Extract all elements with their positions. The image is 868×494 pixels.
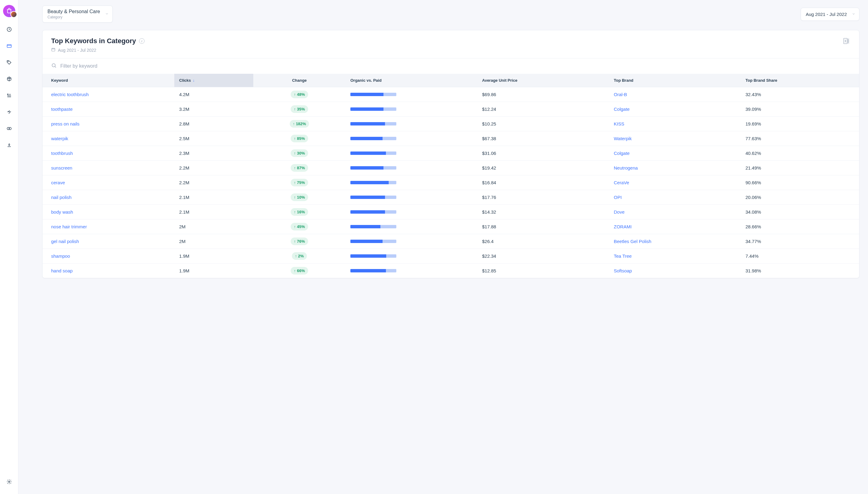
nav-collapse-icon[interactable] <box>4 107 14 117</box>
nav-link-icon[interactable] <box>4 124 14 133</box>
share-value: 19.69% <box>741 117 859 131</box>
organic-paid-bar <box>350 93 396 96</box>
keyword-link[interactable]: cerave <box>51 180 65 185</box>
price-value: $17.88 <box>477 220 609 234</box>
brand-link[interactable]: Neutrogena <box>614 165 638 170</box>
date-range-selector[interactable]: Aug 2021 - Jul 2022 <box>801 8 860 21</box>
change-badge: ↑ 16% <box>291 208 308 216</box>
brand-link[interactable]: Dove <box>614 209 625 214</box>
share-value: 32.43% <box>741 87 859 102</box>
nav-cube-icon[interactable] <box>4 74 14 84</box>
price-value: $14.32 <box>477 205 609 220</box>
clicks-value: 4.2M <box>174 87 253 102</box>
col-header-clicks[interactable]: Clicks↓ <box>174 74 253 87</box>
clicks-value: 2.5M <box>174 131 253 146</box>
brand-link[interactable]: Beetles Gel Polish <box>614 239 651 244</box>
nav-tag-icon[interactable] <box>4 58 14 67</box>
change-badge: ↑ 75% <box>291 179 308 186</box>
table-row: gel nail polish2M↑ 76%$26.4Beetles Gel P… <box>42 234 859 249</box>
search-icon <box>51 63 57 70</box>
keyword-link[interactable]: shampoo <box>51 253 70 259</box>
organic-paid-bar <box>350 210 396 214</box>
organic-paid-bar <box>350 225 396 228</box>
col-header-top-brand-share[interactable]: Top Brand Share <box>741 74 859 87</box>
keyword-link[interactable]: toothbrush <box>51 151 73 156</box>
share-value: 34.77% <box>741 234 859 249</box>
organic-paid-bar <box>350 152 396 155</box>
brand-link[interactable]: Oral-B <box>614 92 627 97</box>
col-header-top-brand[interactable]: Top Brand <box>609 74 741 87</box>
share-value: 7.44% <box>741 249 859 264</box>
export-excel-button[interactable] <box>843 37 851 46</box>
table-row: press on nails2.8M↑ 182%$10.25KISS19.69% <box>42 117 859 131</box>
keyword-link[interactable]: body wash <box>51 209 73 214</box>
clicks-value: 3.2M <box>174 102 253 117</box>
keywords-table: Keyword Clicks↓ Change Organic vs. Paid … <box>42 74 859 278</box>
app-logo[interactable] <box>3 5 15 17</box>
brand-link[interactable]: OPI <box>614 195 622 200</box>
nav-download-icon[interactable] <box>4 140 14 150</box>
svg-point-3 <box>7 94 8 95</box>
arrow-up-icon: ↑ <box>294 107 296 111</box>
keyword-link[interactable]: press on nails <box>51 121 80 127</box>
keyword-link[interactable]: nail polish <box>51 195 72 200</box>
col-header-organic-vs-paid[interactable]: Organic vs. Paid <box>346 74 477 87</box>
price-value: $16.84 <box>477 175 609 190</box>
organic-paid-bar <box>350 108 396 111</box>
clicks-value: 2.2M <box>174 175 253 190</box>
change-badge: ↑ 85% <box>291 135 308 142</box>
price-value: $31.06 <box>477 146 609 161</box>
keyword-link[interactable]: electric toothbrush <box>51 92 89 97</box>
nav-clock-icon[interactable] <box>4 24 14 34</box>
price-value: $12.85 <box>477 264 609 278</box>
share-value: 39.09% <box>741 102 859 117</box>
col-header-change[interactable]: Change <box>253 74 346 87</box>
brand-link[interactable]: KISS <box>614 121 624 127</box>
keyword-link[interactable]: gel nail polish <box>51 239 79 244</box>
share-value: 20.06% <box>741 190 859 205</box>
info-icon[interactable]: i <box>139 38 145 44</box>
organic-paid-bar <box>350 269 396 272</box>
nav-list-icon[interactable] <box>4 91 14 100</box>
price-value: $19.42 <box>477 161 609 175</box>
keyword-link[interactable]: hand soap <box>51 268 73 273</box>
arrow-up-icon: ↑ <box>294 136 296 141</box>
brand-link[interactable]: Softsoap <box>614 268 632 273</box>
nav-card-icon[interactable] <box>4 41 14 51</box>
table-row: waterpik2.5M↑ 85%$67.38Waterpik77.63% <box>42 131 859 146</box>
clicks-value: 2M <box>174 234 253 249</box>
price-value: $10.25 <box>477 117 609 131</box>
arrow-up-icon: ↑ <box>294 239 296 244</box>
share-value: 21.49% <box>741 161 859 175</box>
arrow-up-icon: ↑ <box>294 269 296 273</box>
organic-paid-bar <box>350 240 396 243</box>
top-keywords-card: Top Keywords in Category i Aug 2021 - Ju… <box>42 30 860 278</box>
keyword-link[interactable]: sunscreen <box>51 165 72 170</box>
price-value: $12.24 <box>477 102 609 117</box>
brand-link[interactable]: ZORAMI <box>614 224 631 229</box>
keyword-link[interactable]: toothpaste <box>51 107 73 112</box>
keyword-link[interactable]: waterpik <box>51 136 68 141</box>
clicks-value: 2.2M <box>174 161 253 175</box>
table-row: toothpaste3.2M↑ 35%$12.24Colgate39.09% <box>42 102 859 117</box>
brand-link[interactable]: Tea Tree <box>614 253 631 259</box>
col-header-avg-price[interactable]: Average Unit Price <box>477 74 609 87</box>
brand-link[interactable]: CeraVe <box>614 180 629 185</box>
brand-link[interactable]: Colgate <box>614 151 630 156</box>
category-subtitle: Category <box>48 15 100 19</box>
change-badge: ↑ 45% <box>291 223 308 230</box>
change-badge: ↑ 30% <box>291 149 308 157</box>
brand-link[interactable]: Waterpik <box>614 136 632 141</box>
brand-link[interactable]: Colgate <box>614 107 630 112</box>
nav-settings-icon[interactable] <box>4 477 14 487</box>
table-row: body wash2.1M↑ 16%$14.32Dove34.08% <box>42 205 859 220</box>
col-header-keyword[interactable]: Keyword <box>42 74 174 87</box>
arrow-up-icon: ↑ <box>295 254 297 258</box>
filter-input[interactable] <box>60 63 851 69</box>
sidebar <box>0 0 18 494</box>
category-selector[interactable]: Beauty & Personal Care Category <box>42 5 113 23</box>
table-row: sunscreen2.2M↑ 87%$19.42Neutrogena21.49% <box>42 161 859 175</box>
price-value: $69.86 <box>477 87 609 102</box>
share-value: 28.66% <box>741 220 859 234</box>
keyword-link[interactable]: nose hair trimmer <box>51 224 87 229</box>
